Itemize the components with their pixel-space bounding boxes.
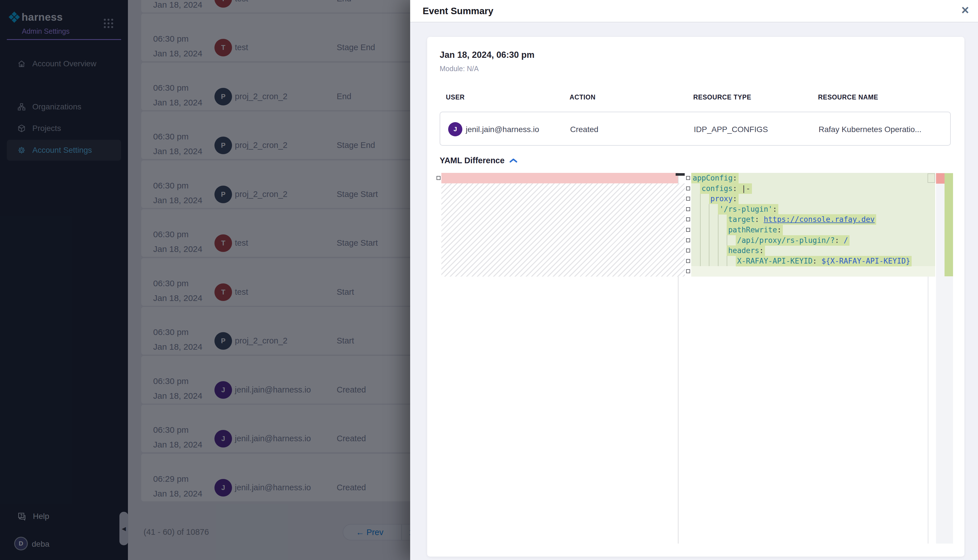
diff-fold-marker[interactable] (686, 217, 690, 221)
yaml-token: / (844, 236, 848, 245)
yaml-token: : (759, 246, 764, 255)
yaml-code-line: configs: |- (691, 183, 935, 194)
yaml-diff-editor: appConfig:configs: |-proxy:'/rs-plugin':… (437, 173, 953, 543)
yaml-link[interactable]: https://console.rafay.dev (764, 215, 874, 223)
yaml-token: : (733, 174, 737, 182)
diff-fold-marker[interactable] (686, 207, 690, 211)
diff-fold-marker[interactable] (686, 228, 690, 232)
ruler-removed-mark (936, 173, 945, 183)
close-icon[interactable]: × (961, 2, 969, 18)
diff-left-filler (441, 183, 685, 277)
event-datetime: Jan 18, 2024, 06:30 pm (440, 50, 534, 60)
event-resource-name: Rafay Kubernetes Operatio... (819, 125, 921, 134)
diff-fold-marker[interactable] (686, 269, 690, 273)
event-action: Created (570, 125, 599, 134)
yaml-difference-header: YAML Difference (440, 156, 518, 165)
yaml-line-highlight: pathRewrite: (727, 225, 783, 235)
event-summary-drawer: Event Summary × Jan 18, 2024, 06:30 pm M… (410, 0, 978, 560)
diff-fold-marker[interactable] (686, 248, 690, 253)
event-column-header: ACTION (570, 93, 596, 101)
event-column-header: RESOURCE NAME (818, 93, 878, 101)
yaml-token: : (777, 226, 781, 234)
yaml-line-highlight: appConfig: (691, 173, 739, 183)
drawer-header: Event Summary × (410, 0, 978, 22)
yaml-token: proxy (711, 194, 733, 203)
event-column-header: RESOURCE TYPE (693, 93, 751, 101)
event-column-header: USER (446, 93, 465, 101)
yaml-line-highlight: proxy: (709, 193, 739, 204)
diff-fold-marker[interactable] (686, 176, 690, 180)
yaml-code-line: appConfig: (691, 173, 935, 183)
yaml-code-line (691, 266, 935, 277)
diff-left-scrollbar-thumb[interactable] (675, 173, 685, 176)
yaml-line-highlight: target: https://console.rafay.dev (727, 214, 876, 225)
yaml-code-line: /api/proxy/rs-plugin/?: / (691, 235, 935, 246)
event-summary-card: Jan 18, 2024, 06:30 pm Module: N/A USERA… (427, 37, 965, 557)
yaml-line-highlight: '/rs-plugin': (718, 204, 779, 215)
yaml-token: : (812, 257, 821, 265)
yaml-token: '/rs-plugin' (719, 205, 772, 213)
yaml-token: : (733, 194, 737, 203)
yaml-line-highlight: X-RAFAY-API-KEYID: ${X-RAFAY-API-KEYID} (736, 256, 912, 267)
yaml-token: |- (741, 184, 750, 193)
event-user-avatar: J (448, 122, 462, 136)
yaml-code-line: target: https://console.rafay.dev (691, 214, 935, 225)
yaml-token: : (772, 205, 777, 213)
yaml-token: /api/proxy/rs-plugin/? (737, 236, 835, 245)
diff-removed-line (441, 173, 678, 183)
yaml-code-line: pathRewrite: (691, 225, 935, 235)
yaml-token: X-RAFAY-API-KEYID (737, 257, 812, 265)
yaml-code-line: '/rs-plugin': (691, 204, 935, 215)
screen: ❖ harness Admin Settings Account Overvie… (0, 0, 978, 560)
yaml-token: headers (728, 246, 759, 255)
yaml-difference-label: YAML Difference (440, 156, 505, 165)
yaml-token: : (835, 236, 844, 245)
event-resource-type: IDP_APP_CONFIGS (694, 125, 768, 134)
yaml-line-highlight: /api/proxy/rs-plugin/?: / (736, 235, 849, 246)
diff-fold-marker[interactable] (686, 197, 690, 201)
yaml-line-highlight: headers: (727, 245, 765, 256)
yaml-token: : (755, 215, 764, 223)
yaml-token: pathRewrite (728, 226, 777, 234)
yaml-code-line: X-RAFAY-API-KEYID: ${X-RAFAY-API-KEYID} (691, 256, 935, 267)
yaml-token: ${X-RAFAY-API-KEYID} (821, 257, 910, 265)
yaml-token: configs (701, 184, 733, 193)
diff-fold-marker[interactable] (686, 187, 690, 190)
diff-fold-marker[interactable] (436, 176, 440, 180)
ruler-added-mark (945, 173, 953, 276)
chevron-up-icon[interactable] (509, 158, 518, 163)
event-table-row: Jjenil.jain@harness.ioCreatedIDP_APP_CON… (440, 112, 951, 146)
event-module: Module: N/A (440, 65, 479, 73)
diff-fold-marker[interactable] (686, 238, 690, 242)
diff-fold-marker[interactable] (686, 259, 690, 263)
drawer-title: Event Summary (423, 6, 493, 17)
yaml-token: : (733, 184, 741, 193)
yaml-code-line: headers: (691, 245, 935, 256)
yaml-token: target (728, 215, 755, 223)
event-user: jenil.jain@harness.io (466, 125, 539, 134)
yaml-token: appConfig (693, 174, 733, 182)
yaml-code-line: proxy: (691, 193, 935, 204)
yaml-line-highlight: configs: |- (700, 183, 752, 194)
